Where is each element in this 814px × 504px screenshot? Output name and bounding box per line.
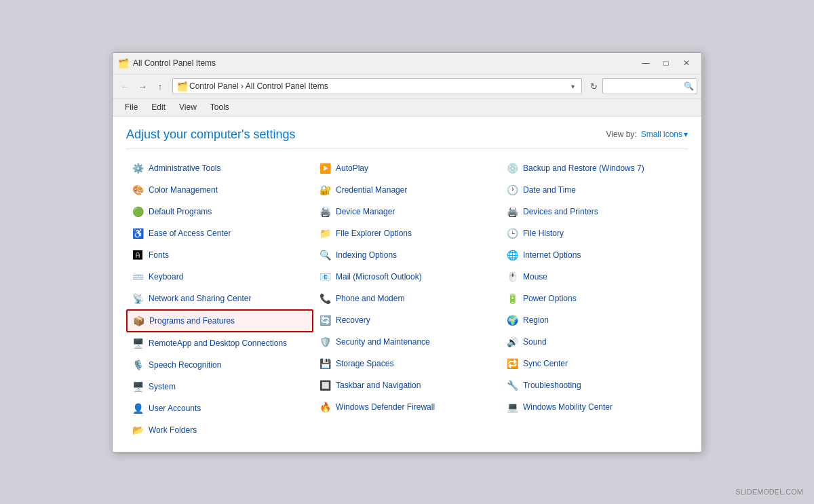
item-label: Network and Sharing Center [149, 294, 251, 303]
control-panel-item[interactable]: 🕒File History [501, 222, 688, 244]
item-label: Device Manager [336, 207, 395, 216]
control-panel-item[interactable]: 🖥️RemoteApp and Desktop Connections [126, 332, 313, 354]
item-icon: ⌨️ [131, 270, 144, 284]
control-panel-item[interactable]: 🎙️Speech Recognition [126, 354, 313, 376]
control-panel-item[interactable]: 🔁Sync Center [501, 353, 688, 374]
menu-file[interactable]: File [119, 101, 143, 113]
item-icon: ▶️ [318, 161, 332, 175]
control-panel-item[interactable]: 💿Backup and Restore (Windows 7) [501, 157, 688, 179]
item-label: User Accounts [149, 404, 201, 413]
item-icon: 🔲 [318, 379, 332, 392]
control-panel-item[interactable]: 🖨️Devices and Printers [501, 201, 688, 222]
control-panel-item[interactable]: 🔧Troubleshooting [501, 374, 688, 396]
control-panel-item[interactable]: 🎨Color Management [126, 179, 313, 201]
control-panel-item[interactable]: 📡Network and Sharing Center [126, 288, 313, 309]
control-panel-item[interactable]: 🔥Windows Defender Firewall [313, 396, 501, 418]
item-icon: 📡 [131, 292, 144, 305]
item-label: Power Options [523, 294, 577, 303]
item-icon: 🟢 [131, 205, 144, 218]
control-panel-item[interactable]: ⚙️Administrative Tools [126, 157, 313, 179]
up-button[interactable]: ↑ [152, 78, 168, 94]
control-panel-item[interactable]: 🔲Taskbar and Navigation [313, 374, 501, 396]
item-icon: 🌐 [505, 248, 519, 262]
control-panel-item[interactable]: 🅰Fonts [126, 244, 313, 266]
search-button[interactable]: 🔍 [684, 81, 694, 91]
item-label: Work Folders [149, 425, 197, 435]
item-label: Indexing Options [336, 250, 397, 260]
control-panel-item[interactable]: ♿Ease of Access Center [126, 222, 313, 244]
item-label: Credential Manager [336, 185, 407, 195]
control-panel-item[interactable]: 💻Windows Mobility Center [501, 396, 688, 418]
control-panel-item[interactable]: 🛡️Security and Maintenance [313, 331, 501, 353]
item-label: Taskbar and Navigation [336, 381, 421, 390]
item-label: Mail (Microsoft Outlook) [336, 272, 422, 282]
content-area: Adjust your computer's settings View by:… [113, 117, 701, 452]
control-panel-item[interactable]: 🔄Recovery [313, 309, 501, 331]
item-label: AutoPlay [336, 163, 368, 173]
watermark: SLIDEMODEL.COM [735, 488, 803, 496]
control-panel-item[interactable]: 🟢Default Programs [126, 201, 313, 222]
item-icon: 🔊 [505, 335, 519, 349]
item-icon: 🖥️ [131, 380, 144, 393]
control-panel-item[interactable]: 📁File Explorer Options [313, 222, 501, 244]
control-panel-item[interactable]: 📂Work Folders [126, 419, 313, 441]
item-label: Programs and Features [149, 316, 235, 326]
control-panel-item[interactable]: 🖨️Device Manager [313, 201, 501, 222]
control-panel-item[interactable]: 💾Storage Spaces [313, 353, 501, 374]
search-input[interactable] [606, 81, 684, 91]
item-icon: 📞 [318, 292, 332, 305]
control-panel-item[interactable]: 🔊Sound [501, 331, 688, 353]
item-label: Security and Maintenance [336, 337, 430, 347]
item-icon: 🖱️ [505, 270, 519, 284]
item-label: Keyboard [149, 272, 183, 282]
item-icon: 🅰 [131, 248, 144, 262]
menu-view[interactable]: View [174, 101, 202, 113]
control-panel-item[interactable]: 📞Phone and Modem [313, 288, 501, 309]
control-panel-item[interactable]: 🔋Power Options [501, 288, 688, 309]
control-panel-item[interactable]: 🌐Internet Options [501, 244, 688, 266]
item-icon: 💻 [505, 400, 519, 414]
control-panel-item[interactable]: ⌨️Keyboard [126, 266, 313, 288]
window-icon: 🗂️ [118, 58, 129, 69]
view-by-label: View by: [606, 130, 637, 139]
search-box[interactable]: 🔍 [602, 78, 697, 94]
item-icon: 🔋 [505, 292, 519, 305]
item-label: Ease of Access Center [149, 229, 231, 238]
view-by-selector[interactable]: Small icons ▾ [641, 130, 688, 139]
menu-edit[interactable]: Edit [146, 101, 171, 113]
item-label: Internet Options [523, 250, 581, 260]
item-icon: 📂 [131, 423, 144, 437]
address-dropdown[interactable]: ▾ [571, 83, 575, 90]
window-controls: — □ ✕ [636, 56, 696, 71]
content-header: Adjust your computer's settings View by:… [126, 128, 688, 149]
maximize-button[interactable]: □ [657, 56, 676, 71]
refresh-button[interactable]: ↻ [586, 79, 601, 94]
control-panel-item[interactable]: 🖱️Mouse [501, 266, 688, 288]
control-panel-item[interactable]: 🖥️System [126, 376, 313, 398]
item-icon: 🖨️ [505, 205, 519, 218]
close-button[interactable]: ✕ [677, 56, 696, 71]
back-button[interactable]: ← [117, 78, 133, 94]
item-label: System [149, 382, 176, 391]
item-icon: 🎨 [131, 183, 144, 197]
toolbar: ← → ↑ 🗂️ Control Panel › All Control Pan… [113, 75, 701, 99]
address-icon: 🗂️ [177, 81, 187, 91]
control-panel-item[interactable]: 🔍Indexing Options [313, 244, 501, 266]
control-panel-item[interactable]: 📧Mail (Microsoft Outlook) [313, 266, 501, 288]
menu-tools[interactable]: Tools [205, 101, 235, 113]
control-panel-item[interactable]: 👤User Accounts [126, 398, 313, 419]
titlebar: 🗂️ All Control Panel Items — □ ✕ [113, 53, 701, 75]
item-icon: 🕐 [505, 183, 519, 197]
forward-button[interactable]: → [134, 78, 151, 94]
menubar: File Edit View Tools [113, 99, 701, 117]
control-panel-item[interactable]: 🕐Date and Time [501, 179, 688, 201]
control-panel-item[interactable]: ▶️AutoPlay [313, 157, 501, 179]
item-label: Windows Defender Firewall [336, 402, 435, 412]
control-panel-item[interactable]: 📦Programs and Features [126, 309, 313, 332]
address-bar[interactable]: 🗂️ Control Panel › All Control Panel Ite… [172, 78, 582, 94]
item-icon: 💿 [505, 161, 519, 175]
window: 🗂️ All Control Panel Items — □ ✕ ← → ↑ 🗂… [112, 52, 702, 452]
control-panel-item[interactable]: 🔐Credential Manager [313, 179, 501, 201]
control-panel-item[interactable]: 🌍Region [501, 309, 688, 331]
minimize-button[interactable]: — [636, 56, 655, 71]
